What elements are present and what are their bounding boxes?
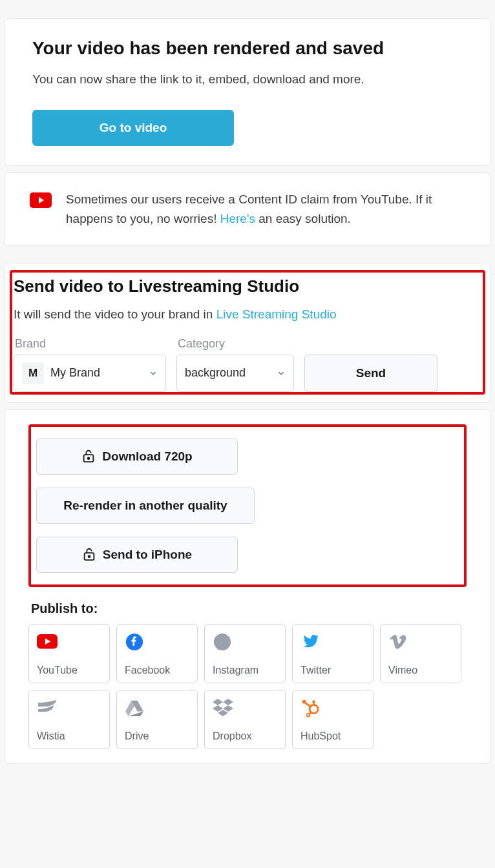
publish-twitter[interactable]: Twitter <box>292 624 374 683</box>
publish-drive[interactable]: Drive <box>116 690 198 749</box>
send-button[interactable]: Send <box>304 355 437 392</box>
content-id-notice: Sometimes our users receive a Content ID… <box>5 172 490 247</box>
brand-label: Brand <box>14 337 166 351</box>
publish-label: Instagram <box>213 665 277 676</box>
publish-grid: YouTube Facebook Instagram Twitter Vimeo <box>28 624 467 749</box>
vimeo-icon <box>388 632 409 652</box>
livestream-title: Send video to Livestreaming Studio <box>14 276 481 296</box>
instagram-icon <box>213 632 233 652</box>
publish-label: Facebook <box>125 665 189 676</box>
youtube-icon <box>30 192 52 208</box>
livestream-sub-before: It will send the video to your brand in <box>14 307 216 321</box>
livestream-highlight: Send video to Livestreaming Studio It wi… <box>10 270 485 395</box>
youtube-icon <box>37 632 58 652</box>
svg-line-22 <box>310 712 311 714</box>
render-success-card: Your video has been rendered and saved Y… <box>5 18 490 166</box>
category-label: Category <box>176 337 294 351</box>
publish-label: Drive <box>125 730 189 742</box>
publish-label: Dropbox <box>213 730 277 742</box>
category-value: background <box>185 366 270 380</box>
brand-value: My Brand <box>50 366 142 380</box>
publish-instagram[interactable]: Instagram <box>204 624 286 683</box>
publish-title: Publish to: <box>31 601 467 616</box>
notice-text-after: an easy solution. <box>255 212 351 225</box>
brand-select[interactable]: M My Brand <box>14 355 166 392</box>
notice-link[interactable]: Here's <box>220 212 255 225</box>
publish-label: Vimeo <box>388 665 453 676</box>
svg-point-7 <box>214 634 231 650</box>
publish-youtube[interactable]: YouTube <box>28 624 110 683</box>
facebook-icon <box>125 632 145 652</box>
wistia-icon <box>37 698 58 718</box>
actions-card: Download 720p Re-render in another quali… <box>5 409 490 764</box>
notice-text: Sometimes our users receive a Content ID… <box>66 190 463 229</box>
publish-vimeo[interactable]: Vimeo <box>380 624 461 683</box>
publish-label: Wistia <box>37 730 101 742</box>
hubspot-icon <box>300 698 321 718</box>
send-iphone-label: Send to iPhone <box>103 548 192 562</box>
livestream-card: Send video to Livestreaming Studio It wi… <box>5 263 490 403</box>
chevron-down-icon <box>149 369 158 378</box>
send-iphone-button[interactable]: Send to iPhone <box>36 537 238 573</box>
svg-line-18 <box>306 703 311 707</box>
svg-marker-11 <box>213 699 223 705</box>
twitter-icon <box>300 632 321 652</box>
publish-wistia[interactable]: Wistia <box>28 690 110 749</box>
svg-point-21 <box>307 714 310 717</box>
dropbox-icon <box>213 698 233 718</box>
svg-point-19 <box>312 700 315 703</box>
actions-highlight: Download 720p Re-render in another quali… <box>28 424 467 587</box>
svg-point-3 <box>88 555 90 557</box>
rerender-button[interactable]: Re-render in another quality <box>36 488 255 524</box>
brand-badge: M <box>22 362 44 384</box>
drive-icon <box>125 698 145 718</box>
svg-marker-12 <box>223 699 233 705</box>
lock-icon <box>82 547 96 563</box>
publish-dropbox[interactable]: Dropbox <box>204 690 286 749</box>
svg-point-1 <box>88 457 90 459</box>
publish-label: Twitter <box>300 665 365 676</box>
rerender-label: Re-render in another quality <box>63 499 227 513</box>
livestream-subtitle: It will send the video to your brand in … <box>14 305 481 324</box>
brand-field: Brand M My Brand <box>14 337 166 392</box>
publish-label: HubSpot <box>300 730 365 742</box>
lock-icon <box>81 449 96 464</box>
category-field: Category background <box>176 337 294 392</box>
publish-facebook[interactable]: Facebook <box>116 624 198 683</box>
livestream-form: Brand M My Brand Category background <box>14 337 481 392</box>
download-button[interactable]: Download 720p <box>36 439 238 475</box>
download-label: Download 720p <box>102 450 192 464</box>
go-to-video-button[interactable]: Go to video <box>32 110 234 146</box>
publish-label: YouTube <box>37 665 101 676</box>
page-title: Your video has been rendered and saved <box>32 38 463 59</box>
page-subtitle: You can now share the link to it, embed,… <box>32 70 463 89</box>
publish-hubspot[interactable]: HubSpot <box>292 690 374 749</box>
livestream-sub-link[interactable]: Live Streaming Studio <box>216 307 337 321</box>
chevron-down-icon <box>277 369 286 378</box>
category-select[interactable]: background <box>176 355 294 392</box>
